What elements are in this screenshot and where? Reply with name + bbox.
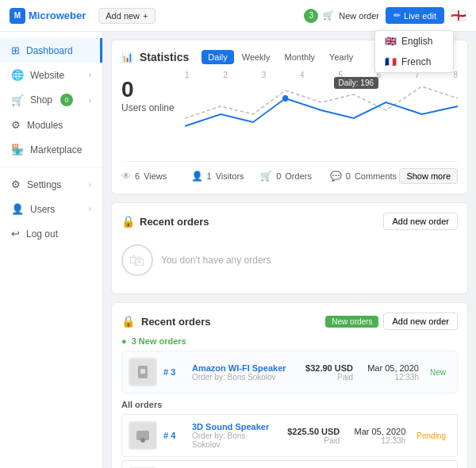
order-num-4: # 4 bbox=[163, 431, 186, 440]
chevron-right-icon: › bbox=[89, 71, 91, 79]
sidebar-item-logout[interactable]: ↩ Log out bbox=[0, 221, 102, 246]
order-image-3 bbox=[129, 358, 157, 386]
lang-french[interactable]: 🇫🇷 French bbox=[375, 52, 453, 72]
order-info-3: Amazon WI-FI Speaker Order by: Boris Sok… bbox=[192, 363, 287, 382]
english-label: English bbox=[401, 36, 432, 47]
order-time-4: 12:33h bbox=[346, 436, 405, 445]
lang-english[interactable]: 🇬🇧 English bbox=[375, 31, 453, 52]
order-date-4: Mar 05, 2020 bbox=[346, 427, 405, 436]
sidebar-label-settings: Settings bbox=[27, 179, 61, 190]
all-orders-label: All orders bbox=[121, 400, 458, 409]
comments-count: 0 bbox=[346, 171, 351, 181]
stats-row: 👁 6 Views 👤 1 Visitors 🛒 0 Orders 💬 0 bbox=[121, 161, 458, 184]
order-by-3: Order by: Boris Sokolov bbox=[192, 373, 287, 382]
empty-orders-message: You don't have any orders bbox=[161, 255, 271, 266]
plus-icon: + bbox=[143, 11, 148, 21]
website-icon: 🌐 bbox=[11, 69, 24, 81]
order-paid-4: Paid bbox=[280, 436, 340, 445]
add-new-order-button-2[interactable]: Add new order bbox=[383, 313, 458, 330]
new-orders-label: ● 3 New orders bbox=[121, 336, 458, 346]
language-flag[interactable]: 🏴󠁧󠁢󠁥󠁮󠁧󠁿 bbox=[451, 8, 466, 23]
recent-orders-header-2: 🔒 Recent orders New orders Add new order bbox=[121, 313, 458, 330]
logo-text: Microweber bbox=[29, 10, 86, 21]
sidebar-item-dashboard[interactable]: ⊞ Dashboard bbox=[0, 38, 102, 63]
chevron-right-icon-settings: › bbox=[89, 180, 91, 189]
order-price-section-3: $32.90 USD Paid bbox=[294, 363, 353, 382]
sidebar-item-website[interactable]: 🌐 Website › bbox=[0, 63, 102, 87]
sidebar-item-shop[interactable]: 🛒 Shop 0 › bbox=[0, 87, 102, 113]
modules-icon: ⚙ bbox=[11, 119, 21, 131]
shop-badge: 0 bbox=[60, 94, 73, 106]
order-info-4: 3D Sound Speaker Order by: Boris Sokolov bbox=[192, 422, 274, 449]
recent-orders-title-1: 🔒 Recent orders bbox=[121, 215, 209, 228]
order-name-3: Amazon WI-FI Speaker bbox=[192, 363, 287, 373]
stat-views: 👁 6 Views bbox=[121, 171, 191, 182]
visitors-count: 1 bbox=[207, 171, 212, 181]
order-image-4 bbox=[129, 421, 157, 450]
sidebar-item-marketplace[interactable]: 🏪 Marketplace bbox=[0, 137, 102, 162]
edit-icon: ✏ bbox=[393, 10, 401, 21]
order-price-4: $225.50 USD bbox=[280, 427, 340, 436]
visitors-label: Visitors bbox=[216, 171, 244, 181]
sidebar-divider bbox=[0, 167, 102, 167]
tab-weekly[interactable]: Weekly bbox=[236, 50, 277, 64]
lock-icon-1: 🔒 bbox=[121, 215, 135, 228]
add-new-order-button-1[interactable]: Add new order bbox=[383, 213, 458, 230]
orders-label: Orders bbox=[285, 171, 312, 181]
sidebar-label-modules: Modules bbox=[27, 120, 63, 131]
lock-icon-2: 🔒 bbox=[121, 315, 135, 328]
recent-orders-card-1: 🔒 Recent orders Add new order 🛍 You don'… bbox=[111, 202, 468, 294]
users-label: Users online bbox=[121, 102, 175, 113]
english-flag: 🇬🇧 bbox=[385, 36, 397, 47]
sidebar-item-users[interactable]: 👤 Users › bbox=[0, 197, 102, 221]
sidebar-item-modules[interactable]: ⚙ Modules bbox=[0, 113, 102, 137]
dashboard-icon: ⊞ bbox=[11, 44, 20, 56]
logo[interactable]: M Microweber bbox=[10, 8, 86, 24]
sidebar-label-logout: Log out bbox=[26, 228, 58, 240]
show-more-button[interactable]: Show more bbox=[399, 168, 458, 184]
chevron-right-icon-shop: › bbox=[89, 96, 91, 105]
users-count: 0 bbox=[121, 79, 175, 101]
main-content: 📊 Statistics Daily Weekly Monthly Yearly… bbox=[103, 32, 476, 468]
chart-svg bbox=[185, 71, 458, 142]
live-edit-button[interactable]: ✏ Live edit bbox=[386, 7, 444, 24]
order-date-section-4: Mar 05, 2020 12:33h bbox=[346, 427, 405, 445]
order-by-4: Order by: Boris Sokolov bbox=[192, 432, 274, 449]
stat-comments: 💬 0 Comments bbox=[330, 171, 400, 182]
chevron-right-icon-users: › bbox=[89, 205, 91, 213]
shop-icon: 🛒 bbox=[11, 94, 24, 106]
sidebar-label-shop: Shop bbox=[30, 94, 52, 105]
order-date-section-3: Mar 05, 2020 12:33h bbox=[359, 363, 419, 382]
svg-point-0 bbox=[282, 95, 288, 102]
new-order-label: New order bbox=[339, 11, 379, 21]
add-new-button[interactable]: Add new + bbox=[98, 8, 155, 24]
order-row-3[interactable]: # 3 Amazon WI-FI Speaker Order by: Boris… bbox=[121, 351, 458, 393]
marketplace-icon: 🏪 bbox=[11, 144, 24, 155]
svg-rect-3 bbox=[140, 369, 145, 374]
tab-monthly[interactable]: Monthly bbox=[278, 50, 322, 64]
empty-orders-icon: 🛍 bbox=[121, 244, 153, 276]
recent-orders-header-1: 🔒 Recent orders Add new order bbox=[121, 213, 458, 230]
new-orders-section: ● 3 New orders # 3 Amazon WI-FI Spea bbox=[121, 336, 458, 393]
cart-icon: 🛒 bbox=[323, 10, 334, 21]
main-layout: ⊞ Dashboard 🌐 Website › 🛒 Shop 0 › ⚙ Mod… bbox=[0, 32, 476, 468]
tab-yearly[interactable]: Yearly bbox=[323, 50, 359, 64]
navbar: M Microweber Add new + 3 🛒 New order ✏ L… bbox=[0, 0, 476, 32]
order-row-4[interactable]: # 4 3D Sound Speaker Order by: Boris Sok… bbox=[121, 414, 458, 457]
recent-orders-label-2: Recent orders bbox=[141, 316, 210, 328]
order-row-5[interactable]: # 5 Saint Laurent Bag from France collec… bbox=[121, 460, 458, 468]
orders-header-2: 🔒 Recent orders bbox=[121, 315, 210, 328]
french-label: French bbox=[401, 56, 431, 67]
comments-icon: 💬 bbox=[330, 171, 342, 182]
order-date-3: Mar 05, 2020 bbox=[359, 363, 419, 373]
new-order-indicator: 3 🛒 New order bbox=[304, 9, 379, 23]
sidebar-label-dashboard: Dashboard bbox=[26, 45, 73, 56]
add-new-label: Add new bbox=[106, 11, 140, 21]
new-order-count: 3 bbox=[304, 9, 318, 23]
order-time-3: 12:33h bbox=[359, 373, 419, 382]
views-count: 6 bbox=[135, 171, 140, 181]
sidebar-item-settings[interactable]: ⚙ Settings › bbox=[0, 172, 102, 197]
orders-icon: 🛒 bbox=[260, 171, 272, 182]
tab-daily[interactable]: Daily bbox=[202, 50, 233, 64]
sidebar-label-marketplace: Marketplace bbox=[30, 144, 82, 155]
